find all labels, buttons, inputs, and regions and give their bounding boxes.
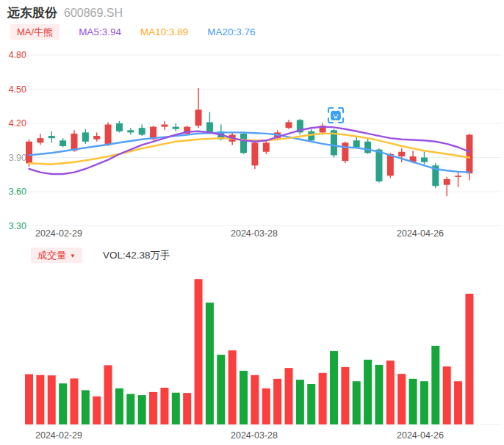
stock-chart-page: 远东股份600869.SH MA/牛熊 MA5:3.94 MA10:3.89 M…: [0, 0, 504, 445]
price-axis-tick: 3.60: [9, 187, 26, 197]
candle[interactable]: [93, 136, 100, 140]
kline-and-volume-chart[interactable]: 4.804.504.203.903.603.302024-02-292024-0…: [0, 0, 504, 445]
volume-bar[interactable]: [172, 393, 180, 424]
volume-bar[interactable]: [251, 375, 259, 424]
volume-bar[interactable]: [93, 397, 101, 424]
volume-bar[interactable]: [364, 360, 372, 424]
volume-bar[interactable]: [240, 371, 248, 424]
candle[interactable]: [195, 109, 202, 126]
volume-bar[interactable]: [319, 373, 327, 424]
candle[interactable]: [127, 130, 134, 132]
volume-bar[interactable]: [126, 394, 134, 424]
volume-bar[interactable]: [431, 346, 439, 424]
price-axis-tick: 4.80: [9, 50, 26, 60]
volume-bar[interactable]: [296, 380, 304, 424]
volume-bar[interactable]: [25, 375, 33, 424]
candle[interactable]: [139, 128, 145, 134]
price-axis-tick: 3.30: [9, 221, 26, 231]
candle[interactable]: [398, 152, 405, 156]
price-date-label: 2024-03-28: [231, 228, 278, 239]
caret-down-icon: ▼: [70, 253, 76, 258]
price-date-label: 2024-04-26: [397, 228, 444, 239]
volume-bar[interactable]: [104, 365, 112, 424]
candle[interactable]: [48, 136, 55, 138]
volume-date-label: 2024-02-29: [35, 430, 82, 441]
candle[interactable]: [60, 140, 66, 146]
volume-bar[interactable]: [420, 381, 428, 424]
volume-bar[interactable]: [409, 379, 417, 424]
volume-latest-value: VOL:42.38万手: [103, 249, 170, 262]
candle[interactable]: [240, 134, 247, 153]
price-axis-tick: 4.50: [9, 84, 26, 95]
candle[interactable]: [71, 134, 77, 151]
volume-bar[interactable]: [228, 350, 237, 424]
candle[interactable]: [161, 125, 168, 127]
volume-bar[interactable]: [454, 381, 462, 424]
volume-bar[interactable]: [48, 375, 56, 424]
candle[interactable]: [173, 127, 179, 129]
volume-date-label: 2024-04-26: [397, 430, 444, 441]
volume-bar[interactable]: [375, 365, 383, 424]
candle[interactable]: [342, 142, 348, 161]
volume-indicator-dropdown[interactable]: 成交量 ▼: [31, 247, 82, 263]
candle[interactable]: [375, 150, 382, 181]
volume-bar[interactable]: [262, 388, 270, 424]
candle[interactable]: [82, 132, 89, 141]
candle[interactable]: [26, 142, 32, 163]
volume-bar[interactable]: [149, 392, 157, 424]
volume-bar[interactable]: [138, 395, 146, 424]
volume-bar[interactable]: [195, 279, 203, 424]
volume-bar[interactable]: [341, 367, 349, 424]
candle[interactable]: [37, 138, 43, 142]
volume-bar[interactable]: [273, 379, 281, 424]
price-date-label: 2024-02-29: [35, 228, 82, 239]
volume-bar[interactable]: [397, 374, 406, 424]
volume-bar[interactable]: [386, 361, 395, 424]
candle[interactable]: [353, 140, 360, 147]
volume-date-label: 2024-03-28: [231, 430, 278, 441]
volume-bar[interactable]: [217, 355, 225, 424]
candle[interactable]: [206, 122, 213, 132]
volume-bar[interactable]: [206, 303, 214, 424]
candle[interactable]: [116, 123, 123, 131]
price-axis-tick: 4.20: [9, 118, 26, 129]
volume-bar[interactable]: [353, 381, 361, 424]
candle[interactable]: [387, 154, 394, 176]
volume-bar[interactable]: [330, 351, 338, 424]
volume-bar[interactable]: [285, 368, 293, 424]
volume-bar[interactable]: [160, 388, 168, 424]
candle[interactable]: [421, 158, 428, 162]
candle[interactable]: [251, 142, 258, 165]
volume-toolbar: 成交量 ▼ VOL:42.38万手: [31, 247, 170, 263]
volume-bar[interactable]: [59, 383, 67, 424]
volume-bar[interactable]: [70, 378, 78, 424]
volume-bar[interactable]: [183, 393, 191, 424]
volume-bar[interactable]: [443, 366, 451, 424]
volume-bar[interactable]: [465, 294, 473, 424]
volume-label: 成交量: [37, 250, 66, 260]
candle[interactable]: [105, 125, 112, 145]
price-axis-tick: 3.90: [9, 153, 26, 163]
candle[interactable]: [263, 142, 270, 151]
volume-bar[interactable]: [36, 375, 44, 424]
candle[interactable]: [364, 142, 371, 153]
volume-bar[interactable]: [307, 384, 315, 424]
ma5-line: [29, 127, 469, 174]
candle[interactable]: [286, 122, 292, 128]
volume-bar[interactable]: [82, 390, 90, 424]
volume-bar[interactable]: [115, 388, 123, 424]
bear-marker-icon[interactable]: [328, 108, 343, 123]
candle[interactable]: [466, 135, 472, 174]
candle[interactable]: [444, 179, 450, 185]
candle[interactable]: [455, 176, 461, 177]
